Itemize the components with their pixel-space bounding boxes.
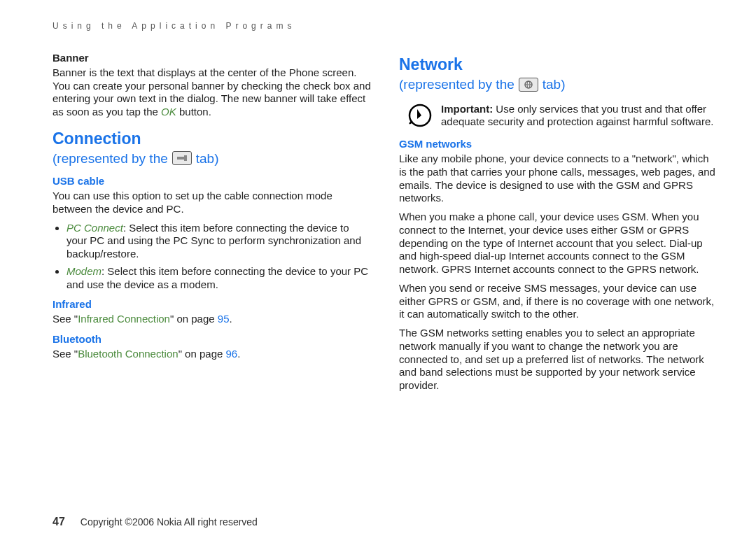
page-ref-96[interactable]: 96 [226, 348, 238, 360]
on-page: " on page [170, 313, 218, 325]
connection-subtitle: (represented by the tab) [52, 150, 371, 167]
gsm-p2: When you make a phone call, your device … [399, 211, 718, 276]
page-number: 47 [52, 516, 65, 528]
usb-options-list: PC Connect: Select this item before conn… [52, 222, 371, 292]
ok-button-ref: OK [161, 106, 176, 118]
pc-connect-term: PC Connect [66, 222, 123, 234]
important-label: Important: [441, 103, 493, 115]
page-ref-95[interactable]: 95 [218, 313, 230, 325]
svg-rect-1 [184, 155, 187, 161]
page-footer: 47 Copyright ©2006 Nokia All right reser… [52, 516, 258, 528]
gsm-heading: GSM networks [399, 138, 718, 151]
important-icon [407, 103, 433, 132]
subtitle-prefix: (represented by the [52, 150, 168, 167]
period: . [230, 313, 232, 325]
see-prefix: See " [52, 313, 78, 325]
connection-heading: Connection [52, 129, 371, 149]
manual-page: Using the Application Programs Banner Ba… [0, 0, 756, 545]
network-tab-icon [519, 78, 538, 92]
on-page: " on page [178, 348, 226, 360]
network-subtitle: (represented by the tab) [399, 76, 718, 93]
infrared-heading: Infrared [52, 298, 371, 311]
right-column: Network (represented by the tab) [399, 45, 718, 398]
important-note: Important: Use only services that you tr… [407, 103, 718, 132]
subtitle-suffix: tab) [196, 150, 219, 167]
list-item: PC Connect: Select this item before conn… [66, 222, 371, 261]
period: . [237, 348, 240, 360]
two-column-layout: Banner Banner is the text that displays … [52, 45, 721, 398]
banner-paragraph: Banner is the text that displays at the … [52, 66, 371, 119]
banner-heading: Banner [52, 52, 371, 65]
infrared-ref: See "Infrared Connection" on page 95. [52, 313, 371, 326]
connection-tab-icon [172, 151, 192, 165]
bluetooth-heading: Bluetooth [52, 333, 371, 346]
important-text-block: Important: Use only services that you tr… [441, 103, 718, 132]
usb-text: You can use this option to set up the ca… [52, 190, 371, 216]
left-column: Banner Banner is the text that displays … [52, 45, 371, 398]
modem-term: Modem [66, 265, 102, 277]
copyright-text: Copyright ©2006 Nokia All right reserved [80, 516, 258, 528]
modem-desc: : Select this item before connecting the… [66, 265, 368, 290]
running-header: Using the Application Programs [52, 21, 721, 31]
gsm-p1: Like any mobile phone, your device conne… [399, 153, 718, 205]
see-prefix: See " [52, 348, 78, 360]
subtitle-suffix: tab) [542, 76, 566, 93]
subtitle-prefix: (represented by the [399, 76, 514, 93]
svg-rect-0 [177, 157, 184, 160]
network-heading: Network [399, 55, 718, 75]
list-item: Modem: Select this item before connectin… [66, 265, 371, 292]
gsm-p3: When you send or receive SMS messages, y… [399, 282, 718, 321]
bluetooth-ref: See "Bluetooth Connection" on page 96. [52, 348, 371, 361]
banner-text-part1: Banner is the text that displays at the … [52, 66, 371, 118]
banner-text-part2: button. [176, 106, 211, 118]
gsm-p4: The GSM networks setting enables you to … [399, 327, 718, 392]
usb-heading: USB cable [52, 175, 371, 188]
infrared-link[interactable]: Infrared Connection [78, 313, 170, 325]
bluetooth-link[interactable]: Bluetooth Connection [78, 348, 178, 360]
